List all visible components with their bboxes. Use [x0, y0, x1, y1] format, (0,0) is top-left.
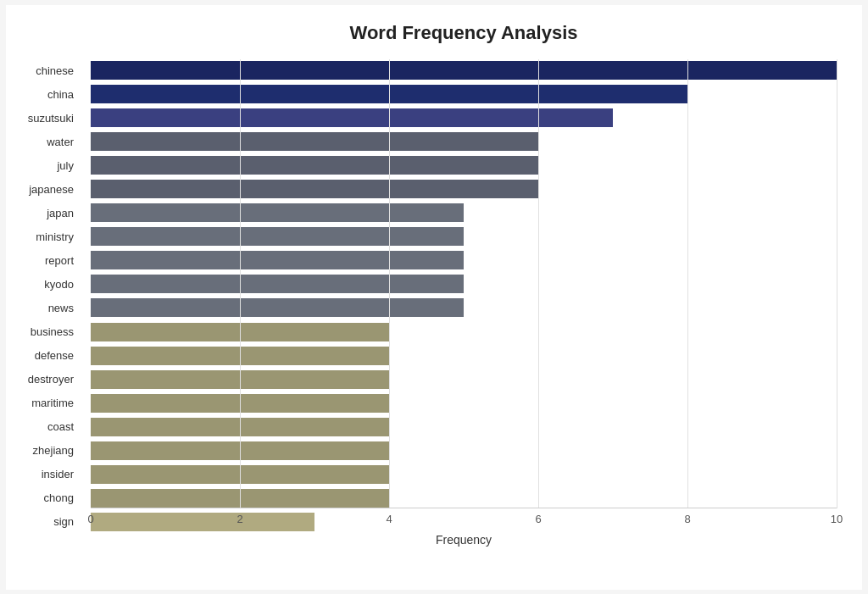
bar-label: zhejiang	[10, 444, 82, 457]
bar-row: ministry	[91, 225, 837, 248]
bar-track	[91, 275, 837, 293]
gridline	[389, 59, 390, 508]
bar-row: destroyer	[91, 368, 837, 391]
bar-track	[91, 298, 837, 317]
gridline	[687, 59, 688, 508]
bar-row: july	[91, 154, 837, 177]
bar-row: insider	[91, 463, 837, 486]
x-tick: 10	[831, 513, 843, 525]
bar-row: defense	[91, 344, 837, 367]
bar-row: japan	[91, 202, 837, 225]
bar-row: sign	[91, 510, 837, 533]
bar-fill	[91, 156, 538, 175]
gridline	[538, 59, 539, 508]
chart-title: Word Frequency Analysis	[91, 22, 837, 44]
gridline	[837, 59, 837, 508]
x-tick: 2	[236, 513, 242, 525]
bar-track	[91, 85, 837, 103]
bar-label: suzutsuki	[10, 112, 82, 125]
bars-wrapper: chinesechinasuzutsukiwaterjulyjapaneseja…	[91, 59, 837, 534]
x-tick: 6	[535, 513, 541, 525]
bar-row: maritime	[91, 391, 837, 414]
x-tick: 4	[386, 513, 392, 525]
bar-row: zhejiang	[91, 439, 837, 462]
bar-label: water	[10, 136, 82, 148]
bar-fill	[91, 132, 538, 151]
bar-label: japanese	[10, 183, 82, 196]
bar-label: business	[10, 325, 82, 338]
bar-fill	[91, 275, 464, 293]
bar-track	[91, 347, 837, 365]
bar-row: report	[91, 249, 837, 272]
gridline	[240, 59, 241, 508]
bar-track	[91, 418, 837, 436]
bar-row: chinese	[91, 59, 837, 82]
bar-track	[91, 441, 837, 460]
bar-label: maritime	[10, 397, 82, 409]
bar-label: kyodo	[10, 278, 82, 291]
bar-row: japanese	[91, 178, 837, 201]
bar-fill	[91, 108, 613, 127]
bar-label: chinese	[10, 64, 82, 77]
bar-track	[91, 394, 837, 413]
bar-row: china	[91, 83, 837, 106]
bar-row: suzutsuki	[91, 107, 837, 130]
bar-fill	[91, 180, 538, 198]
bar-track	[91, 203, 837, 222]
bar-track	[91, 132, 837, 151]
bar-label: coast	[10, 420, 82, 433]
chart-container: Word Frequency Analysis chinesechinasuzu…	[6, 5, 862, 590]
bar-fill	[91, 251, 464, 269]
bar-row: kyodo	[91, 273, 837, 296]
x-baseline	[91, 508, 837, 508]
bar-track	[91, 465, 837, 484]
bar-label: china	[10, 88, 82, 101]
bar-row: chong	[91, 486, 837, 509]
bar-label: chong	[10, 491, 82, 504]
bar-row: news	[91, 297, 837, 319]
bar-fill	[91, 61, 837, 80]
bar-row: business	[91, 320, 837, 343]
bar-row: water	[91, 130, 837, 153]
bar-label: report	[10, 254, 82, 267]
bar-fill	[91, 513, 314, 531]
bar-label: insider	[10, 468, 82, 480]
bar-fill	[91, 298, 464, 317]
bar-track	[91, 251, 837, 269]
bar-track	[91, 108, 837, 127]
bar-label: july	[10, 159, 82, 172]
bar-track	[91, 61, 837, 80]
bar-track	[91, 156, 837, 175]
bar-row: coast	[91, 415, 837, 438]
bar-track	[91, 513, 837, 531]
bar-label: defense	[10, 349, 82, 362]
bar-track	[91, 227, 837, 246]
bar-fill	[91, 227, 464, 246]
bar-label: sign	[10, 515, 82, 528]
bar-fill	[91, 203, 464, 222]
bar-label: news	[10, 302, 82, 314]
bar-label: japan	[10, 207, 82, 219]
x-tick: 8	[684, 513, 690, 525]
chart-area: chinesechinasuzutsukiwaterjulyjapaneseja…	[91, 59, 837, 551]
bar-track	[91, 370, 837, 389]
bar-track	[91, 180, 837, 198]
bar-label: destroyer	[10, 373, 82, 386]
x-tick: 0	[87, 513, 93, 525]
bar-track	[91, 323, 837, 341]
x-axis-label: Frequency	[436, 533, 492, 547]
bar-track	[91, 489, 837, 508]
bar-label: ministry	[10, 230, 82, 243]
